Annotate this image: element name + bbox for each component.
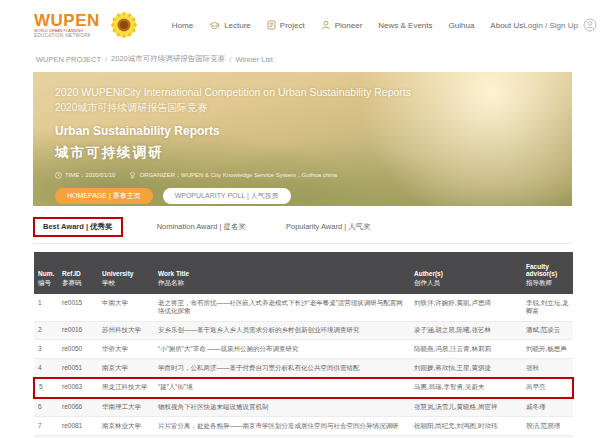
cell-advisors: 高早亮 (522, 378, 573, 398)
cell-university: 中南大学 (98, 294, 154, 321)
table-row: 3re0050华侨大学“小”厕所“大”革命 ——就泉州公厕的分布调查研究陆晓燕,… (34, 340, 573, 359)
logo[interactable]: WUPEN WORLD URBAN PLANNING EDUCATION NET… (34, 5, 144, 45)
cell-title: 老之将至，食有所忧——社区嵌入式养老模式下长沙“老年餐桌”运营现状调研与配置网络… (154, 294, 410, 321)
nav-label: Lecture (224, 21, 251, 30)
cell-advisors: 张秋 (522, 359, 573, 378)
cell-ref: re0063 (58, 378, 98, 398)
cell-ref: re0081 (58, 417, 98, 436)
competition-banner: 2020 WUPENiCity International Competitio… (33, 72, 572, 206)
nav-item-news-events[interactable]: News & Events (378, 21, 432, 30)
cell-authors: 陆晓燕,冯晨,汪云霄,林莉莉 (410, 340, 522, 359)
user-circle-icon (583, 18, 597, 32)
cell-authors: 凌子涵,胡之晨,陈曦,张艺林 (410, 321, 522, 340)
winner-table-body: 1re0015中南大学老之将至，食有所忧——社区嵌入式养老模式下长沙“老年餐桌”… (34, 294, 573, 438)
banner-subtitle-zh: 城市可持续调研 (55, 144, 560, 162)
popularity-poll-button[interactable]: WPOPULARITY POLL | 人气投票 (163, 188, 291, 204)
cell-ref: re0066 (58, 398, 98, 417)
winner-table-header: Num.编号Ref.ID参赛码University学校Work Title作品名… (34, 252, 573, 294)
cell-num: 5 (34, 378, 58, 398)
cell-ref: re0050 (58, 340, 98, 359)
tab-best-award[interactable]: Best Award | 优秀奖 (33, 217, 123, 237)
login-label: Login / Sign Up (523, 21, 578, 30)
col-header-work-title: Work Title作品名称 (154, 252, 410, 294)
cell-title: “建”入“街”境 (154, 378, 410, 398)
nav-item-guihua[interactable]: Guihua (449, 21, 475, 30)
banner-buttons: HOMEPAGE | 赛事主页WPOPULARITY POLL | 人气投票 (55, 188, 560, 204)
cell-university: 黑龙江科技大学 (98, 378, 154, 398)
banner-time: TIME：2020/01/10 (55, 171, 115, 180)
cell-university: 南京大学 (98, 359, 154, 378)
col-header-university: University学校 (98, 252, 154, 294)
cell-advisors: 潘斌,范凌云 (522, 321, 573, 340)
cell-num: 7 (34, 417, 58, 436)
breadcrumb-separator: / (105, 55, 107, 64)
breadcrumb-item-1[interactable]: 2020城市可持续调研报告国际竞赛 (111, 54, 225, 64)
cell-authors: 马惠,韩瑞,李智勇,吴蔚夫 (410, 378, 522, 398)
cell-authors: 张慧岚,汤雪儿,黄晓格,周宦祥 (410, 398, 522, 417)
tab-popularity-award[interactable]: Popularity Award | 人气奖 (280, 219, 377, 235)
nav-item-pioneer[interactable]: Pioneer (321, 20, 363, 30)
nav-item-project[interactable]: Project (267, 20, 305, 30)
nav-item-about-us[interactable]: About Us (490, 21, 523, 30)
table-row: 2re0016苏州科技大学安乡乐创——基于返乡入乡人员需求分析的乡村创新创业环境… (34, 321, 573, 340)
cell-num: 3 (34, 340, 58, 359)
cell-authors: 刘圆媛,蒋欣怡,王星,黄骐捷 (410, 359, 522, 378)
table-row: 1re0015中南大学老之将至，食有所忧——社区嵌入式养老模式下长沙“老年餐桌”… (34, 294, 573, 321)
nav-item-lecture[interactable]: Lecture (209, 21, 251, 30)
trophy-icon (129, 172, 136, 179)
banner-content: 2020 WUPENiCity International Competitio… (55, 86, 560, 204)
table-row-highlighted: 5re0063黑龙江科技大学“建”入“街”境马惠,韩瑞,李智勇,吴蔚夫高早亮 (34, 378, 573, 398)
cell-advisors: 戚冬瑾 (522, 398, 573, 417)
nav-label: Guihua (449, 21, 475, 30)
breadcrumb-item-2: Winner List (235, 55, 273, 64)
cell-num: 6 (34, 398, 58, 417)
logo-title: WUPEN (34, 12, 100, 29)
banner-meta: TIME：2020/01/10 ORGANIZER：WUPEN & City K… (55, 171, 560, 180)
cell-num: 1 (34, 294, 58, 321)
banner-subtitle-en: Urban Sustainability Reports (55, 124, 560, 138)
main-nav: HomeLectureProjectPioneerNews & EventsGu… (172, 20, 523, 30)
breadcrumb-separator: / (229, 55, 231, 64)
breadcrumb-item-0[interactable]: WUPEN PROJECT (36, 55, 101, 64)
col-header-ref-id: Ref.ID参赛码 (58, 252, 98, 294)
breadcrumb: WUPEN PROJECT/2020城市可持续调研报告国际竞赛/Winner L… (0, 50, 605, 70)
cell-num: 4 (34, 359, 58, 378)
cell-title: 学而时习，公私两济——基于付费自习室分析私有化公共空间供需错配 (154, 359, 410, 378)
nav-label: News & Events (378, 21, 432, 30)
cell-ref: re0015 (58, 294, 98, 321)
document-icon (267, 20, 276, 30)
cell-advisors: 殷洁,范晨璟 (522, 417, 573, 436)
nav-item-home[interactable]: Home (172, 21, 193, 30)
cell-advisors: 李锐,刘立坛,龙卿富 (522, 294, 573, 321)
tab-nomination-award[interactable]: Nomination Award | 提名奖 (151, 219, 252, 235)
table-row: 4re0051南京大学学而时习，公私两济——基于付费自习室分析私有化公共空间供需… (34, 359, 573, 378)
cell-title: “小”厕所“大”革命 ——就泉州公厕的分布调查研究 (154, 340, 410, 359)
award-tabs: Best Award | 优秀奖Nomination Award | 提名奖Po… (33, 215, 572, 244)
cell-ref: re0016 (58, 321, 98, 340)
cell-title: 片片皆分离，处处各相异——南京市学区划分造成居住空间与社会空间分异情况调研 (154, 417, 410, 436)
cell-title: 物权视角下社区快递末端设施设置机制 (154, 398, 410, 417)
nav-label: Home (172, 21, 193, 30)
cell-advisors: 刘晓芳,杨思声 (522, 340, 573, 359)
cell-authors: 刘铁洋,许婉婷,黄凯,卢思琦 (410, 294, 522, 321)
sunflower-logo-icon (104, 5, 144, 45)
cell-ref: re0051 (58, 359, 98, 378)
cell-university: 华侨大学 (98, 340, 154, 359)
cell-university: 华南理工大学 (98, 398, 154, 417)
col-header-num: Num.编号 (34, 252, 58, 294)
clock-icon (55, 172, 62, 179)
cell-university: 南京林业大学 (98, 417, 154, 436)
col-header-faculty-advisor-s: Faculty advisor(s)指导教师 (522, 252, 573, 294)
graduation-cap-icon (209, 21, 220, 30)
winner-table: Num.编号Ref.ID参赛码University学校Work Title作品名… (33, 252, 574, 438)
homepage-button[interactable]: HOMEPAGE | 赛事主页 (55, 188, 153, 204)
nav-label: Project (280, 21, 305, 30)
person-icon (321, 20, 331, 30)
nav-label: Pioneer (335, 21, 363, 30)
banner-title-zh: 2020城市可持续调研报告国际竞赛 (55, 101, 560, 115)
table-row: 7re0081南京林业大学片片皆分离，处处各相异——南京市学区划分造成居住空间与… (34, 417, 573, 436)
col-header-auther-s: Auther(s)创作人员 (410, 252, 522, 294)
login-link[interactable]: Login / Sign Up (523, 18, 597, 32)
logo-text: WUPEN WORLD URBAN PLANNING EDUCATION NET… (34, 12, 100, 39)
cell-authors: 祝朝阳,尚纪元,刘鸿图,时欣玮 (410, 417, 522, 436)
